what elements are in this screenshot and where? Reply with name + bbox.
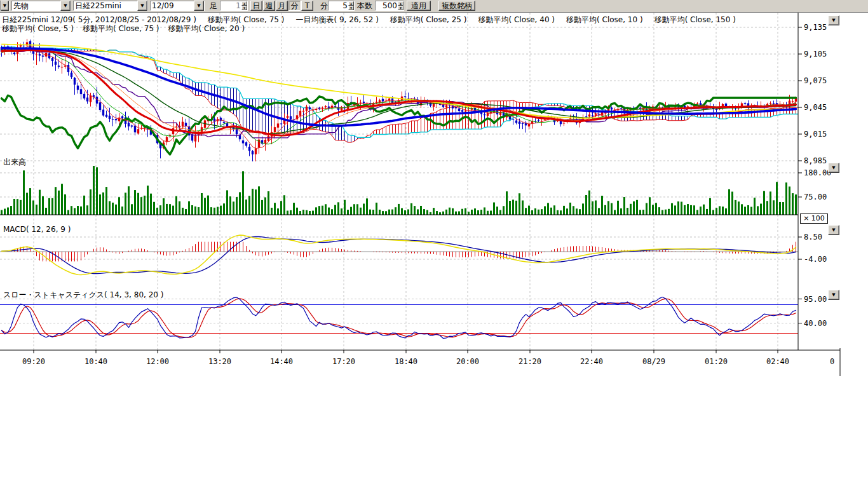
dropdown-arrow-icon[interactable]: ▼ xyxy=(60,1,71,11)
y-axis-label: 40.00 xyxy=(804,319,827,328)
y-axis-label: 95.00 xyxy=(804,295,827,304)
y-axis-label: 75.00 xyxy=(804,193,827,201)
x-axis-label: 22:40 xyxy=(580,357,603,366)
spin-down-icon[interactable]: ▼ xyxy=(241,6,247,10)
minute-stepper[interactable]: 5 ▲▼ xyxy=(328,1,355,11)
spinner-buttons[interactable]: ▲▼ xyxy=(348,1,354,10)
chevron-down-icon: ▼ xyxy=(832,18,835,23)
chevron-down-icon: ▼ xyxy=(832,292,835,297)
minute-value: 5 xyxy=(329,1,348,10)
x-axis-label: 20:00 xyxy=(456,357,479,366)
apply-button[interactable]: 適用 xyxy=(407,1,431,11)
chart-plot-area[interactable]: 9,1359,1059,0759,0459,0158,985180.0075.0… xyxy=(0,0,868,488)
x-axis-label: 18:40 xyxy=(395,357,417,366)
bar-interval-value: 1 xyxy=(220,1,241,10)
chart-canvas: 9,1359,1059,0759,0459,0158,985180.0075.0… xyxy=(0,0,868,488)
top-toolbar: ▼ 先物 ▼ 日経225mini ▼ 12/09 ▼ 足 1 ▲▼ 日 週 月 … xyxy=(0,0,868,13)
spin-up-icon[interactable]: ▲ xyxy=(241,1,247,6)
chevron-down-icon: ▼ xyxy=(832,165,835,170)
x-axis-label: 12:00 xyxy=(146,357,169,366)
period-tick-button[interactable]: T xyxy=(301,1,313,11)
period-day-button[interactable]: 日 xyxy=(250,1,262,11)
macd-pane-dropdown-button[interactable]: ▼ xyxy=(828,225,839,235)
contract-month-value: 12/09 xyxy=(151,1,194,10)
period-minute-button[interactable]: 分 xyxy=(288,1,301,11)
macd-pane xyxy=(0,235,798,275)
instrument-select[interactable]: 日経225mini ▼ xyxy=(73,1,148,11)
x-axis-label: 21:20 xyxy=(519,357,541,366)
chart-application-window: 9,1359,1059,0759,0459,0158,985180.0075.0… xyxy=(0,0,868,488)
multi-symbol-button[interactable]: 複数銘柄 xyxy=(438,1,475,11)
y-axis-label: 180.00 xyxy=(804,168,831,177)
volume-multiplier-box: × 100 xyxy=(800,214,828,224)
y-axis-label: 9,105 xyxy=(804,50,827,58)
volume-bars xyxy=(1,166,797,215)
x-axis-labels: 09:2010:4012:0013:2014:4017:2018:4020:00… xyxy=(22,357,834,366)
dropdown-arrow-icon[interactable]: ▼ xyxy=(194,1,204,11)
minute-label: 分 xyxy=(320,1,328,11)
y-axis-label: 9,075 xyxy=(804,76,827,85)
spinner-buttons[interactable]: ▲▼ xyxy=(398,1,403,10)
x-axis-label: 09:20 xyxy=(22,357,45,366)
instrument-value: 日経225mini xyxy=(74,1,137,10)
bar-interval-stepper[interactable]: 1 ▲▼ xyxy=(220,1,248,11)
x-axis-label: 14:40 xyxy=(270,357,293,366)
chevron-down-icon: ▼ xyxy=(832,227,835,233)
y-axis-labels: 9,1359,1059,0759,0459,0158,985180.0075.0… xyxy=(798,23,831,328)
period-week-button[interactable]: 週 xyxy=(263,1,275,11)
bar-type-label: 足 xyxy=(210,1,217,11)
spin-up-icon[interactable]: ▲ xyxy=(398,1,403,6)
bar-count-value: 500 xyxy=(376,1,398,10)
x-axis-label: 08/29 xyxy=(642,357,665,366)
y-axis-label: 8,985 xyxy=(804,156,827,165)
y-axis-label: 9,045 xyxy=(804,103,827,112)
spin-up-icon[interactable]: ▲ xyxy=(348,1,354,6)
spin-down-icon[interactable]: ▼ xyxy=(348,6,354,10)
spin-down-icon[interactable]: ▼ xyxy=(398,6,403,10)
stochastics-pane xyxy=(0,297,798,339)
x-axis-label: 17:20 xyxy=(332,357,355,366)
mini-combo[interactable]: ▼ xyxy=(0,1,10,11)
y-axis-label: 9,135 xyxy=(804,23,827,32)
x-axis-label: 13:20 xyxy=(208,357,231,366)
dropdown-arrow-icon[interactable]: ▼ xyxy=(137,1,147,11)
spinner-buttons[interactable]: ▲▼ xyxy=(241,1,247,10)
contract-month-select[interactable]: 12/09 ▼ xyxy=(150,1,205,11)
instrument-type-select[interactable]: 先物 ▼ xyxy=(11,1,71,11)
bar-count-stepper[interactable]: 500 ▲▼ xyxy=(375,1,404,11)
period-month-button[interactable]: 月 xyxy=(276,1,288,11)
y-axis-label: -4.00 xyxy=(804,255,827,264)
main-pane-dropdown-button[interactable]: ▼ xyxy=(828,15,839,25)
stoch-pane-dropdown-button[interactable]: ▼ xyxy=(828,290,839,300)
x-axis-label: 0 xyxy=(830,357,834,366)
volume-pane-dropdown-button[interactable]: ▼ xyxy=(828,163,839,173)
bar-count-label: 本数 xyxy=(357,1,372,11)
dropdown-arrow-icon[interactable]: ▼ xyxy=(1,1,9,11)
x-axis-label: 01:20 xyxy=(705,357,728,366)
x-axis-label: 02:40 xyxy=(766,357,789,366)
x-axis-label: 10:40 xyxy=(85,357,107,366)
instrument-type-value: 先物 xyxy=(12,1,60,10)
y-axis-label: 8.50 xyxy=(804,233,822,241)
y-axis-label: 9,015 xyxy=(804,130,827,139)
